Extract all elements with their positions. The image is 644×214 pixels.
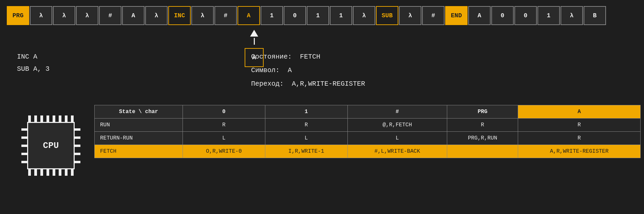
cpu-label: CPU <box>43 141 59 151</box>
cpu-body-row: CPU <box>21 122 80 169</box>
table-state-cell-2: FETCH <box>95 145 183 158</box>
cpu-pin <box>46 169 49 176</box>
tape-cell-12: 0 <box>284 6 306 25</box>
table-cell-0-4: R <box>518 119 641 132</box>
tape-cell-2: λ <box>53 6 75 25</box>
cpu-side-pin <box>74 145 80 147</box>
cpu-pins-top <box>28 115 74 122</box>
table-cell-1-4: R <box>518 132 641 145</box>
tape-cell-8: λ <box>191 6 214 25</box>
tape-cell-24: λ <box>561 6 583 25</box>
cpu-side-pin <box>21 128 27 131</box>
tape-cell-4: # <box>99 6 121 25</box>
tape-cell-17: λ <box>399 6 421 25</box>
table-cell-0-3: R <box>447 119 518 132</box>
cpu-pin <box>59 115 61 122</box>
tape-cell-6: λ <box>145 6 168 25</box>
table-cell-0-0: R <box>183 119 265 132</box>
cpu-pin <box>65 115 68 122</box>
tape-cell-20: A <box>468 6 491 25</box>
table-row-1: RETURN-RUNLLLPRG,R,RUNR <box>95 132 641 145</box>
table-cell-0-1: R <box>265 119 347 132</box>
tape-cell-14: 1 <box>330 6 352 25</box>
cpu-pins-left <box>21 122 27 169</box>
table-header-3: # <box>347 105 447 119</box>
cpu-side-pin <box>74 161 80 163</box>
cpu-pin <box>71 169 74 176</box>
cpu-pins-bottom <box>28 169 74 176</box>
table-row-2: FETCHO,R,WRITE-0I,R,WRITE-1#,L,WRITE-BAC… <box>95 145 641 158</box>
tape-cell-0: PRG <box>7 6 29 25</box>
tape-cell-3: λ <box>76 6 98 25</box>
table-cell-2-2: #,L,WRITE-BACK <box>347 145 447 158</box>
tape-cell-21: 0 <box>491 6 514 25</box>
tape-cell-1: λ <box>30 6 52 25</box>
table-cell-1-3: PRG,R,RUN <box>447 132 518 145</box>
tape-cell-19: END <box>445 6 468 25</box>
cpu-pin <box>28 115 31 122</box>
program-line-1: INC A <box>17 51 50 63</box>
tape-row: PRGλλλ#AλINCλ#A1011λSUBλ#ENDA001λB <box>0 0 644 28</box>
state-value: FETCH <box>300 53 320 61</box>
tape-cell-18: # <box>422 6 444 25</box>
tape-cell-9: # <box>214 6 237 25</box>
cpu-pin <box>34 169 37 176</box>
tape-cell-16: SUB <box>376 6 398 25</box>
table-cell-0-2: @,R,FETCH <box>347 119 447 132</box>
cpu-chip: CPU <box>27 122 75 169</box>
state-label: Состояние: <box>251 53 292 61</box>
tape-cell-10: A <box>238 6 260 25</box>
symbol-row: Символ: A <box>251 64 365 77</box>
cpu-pin <box>65 169 68 176</box>
program-text: INC A SUB A, 3 <box>17 51 50 75</box>
cpu-side-pin <box>21 145 27 147</box>
cpu-pin <box>40 115 43 122</box>
cpu-side-pin <box>21 153 27 155</box>
tape-cell-13: 1 <box>307 6 329 25</box>
arrow-shaft <box>254 38 255 45</box>
cpu-pin <box>28 169 31 176</box>
table-cell-2-3 <box>447 145 518 158</box>
transition-table: State \ char01#PRGARUNRR@,R,FETCHRRRETUR… <box>94 105 641 158</box>
cpu-container: CPU <box>17 108 85 183</box>
tape-cell-23: 1 <box>537 6 560 25</box>
table-cell-1-1: L <box>265 132 347 145</box>
tape-cell-15: λ <box>353 6 375 25</box>
cpu-side-pin <box>74 136 80 139</box>
table-header-5: A <box>518 105 641 119</box>
cpu-pin <box>40 169 43 176</box>
cpu-side-pin <box>21 161 27 163</box>
cpu-pin <box>34 115 37 122</box>
cpu-pin <box>46 115 49 122</box>
transition-label: Переход: <box>251 80 284 88</box>
transition-table-container: State \ char01#PRGARUNRR@,R,FETCHRRRETUR… <box>94 105 641 158</box>
tape-cell-11: 1 <box>261 6 283 25</box>
cpu-pin <box>71 115 74 122</box>
table-cell-1-2: L <box>347 132 447 145</box>
transition-value: A,R,WRITE-REGISTER <box>292 80 365 88</box>
cpu-side-pin <box>74 153 80 155</box>
table-header-4: PRG <box>447 105 518 119</box>
tape-cell-25: B <box>584 6 606 25</box>
arrow-up-icon <box>250 30 258 37</box>
table-state-cell-0: RUN <box>95 119 183 132</box>
table-header-1: 0 <box>183 105 265 119</box>
table-cell-2-4: A,R,WRITE-REGISTER <box>518 145 641 158</box>
cpu-pin <box>59 169 61 176</box>
tape-cell-7: INC <box>168 6 191 25</box>
cpu-pin <box>53 169 55 176</box>
table-state-cell-1: RETURN-RUN <box>95 132 183 145</box>
cpu-pin <box>53 115 55 122</box>
table-cell-2-1: I,R,WRITE-1 <box>265 145 347 158</box>
tape-cell-22: 0 <box>514 6 537 25</box>
state-info-panel: Состояние: FETCH Символ: A Переход: A,R,… <box>251 50 365 91</box>
symbol-value: A <box>288 66 292 74</box>
state-row: Состояние: FETCH <box>251 50 365 64</box>
table-cell-2-0: O,R,WRITE-0 <box>183 145 265 158</box>
transition-row: Переход: A,R,WRITE-REGISTER <box>251 77 365 91</box>
table-cell-1-0: L <box>183 132 265 145</box>
table-header-0: State \ char <box>95 105 183 119</box>
symbol-label: Символ: <box>251 66 280 74</box>
tape-cell-5: A <box>122 6 145 25</box>
table-row-0: RUNRR@,R,FETCHRR <box>95 119 641 132</box>
